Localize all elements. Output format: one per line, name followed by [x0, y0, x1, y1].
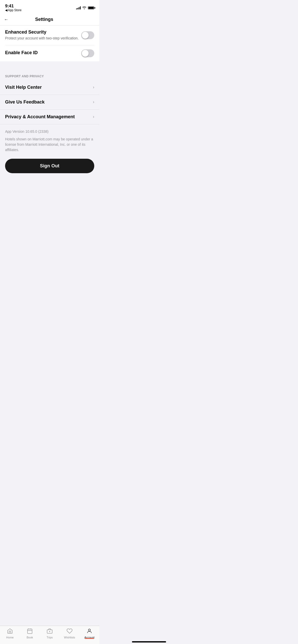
status-left: 9:41 ◀ App Store	[5, 4, 21, 12]
app-info-section: App Version 10.65.0 (2338) Hotels shown …	[0, 124, 99, 178]
chevron-right-icon: ›	[93, 85, 94, 90]
status-right	[76, 6, 94, 10]
face-id-item: Enable Face ID	[5, 45, 94, 61]
privacy-account-item[interactable]: Privacy & Account Management ›	[0, 110, 99, 124]
visit-help-center-label: Visit Help Center	[5, 85, 42, 90]
wifi-icon	[82, 6, 86, 10]
give-feedback-item[interactable]: Give Us Feedback ›	[0, 95, 99, 110]
signal-icon	[76, 6, 81, 9]
give-feedback-label: Give Us Feedback	[5, 99, 45, 105]
page-title: Settings	[8, 17, 80, 22]
chevron-right-icon: ›	[93, 114, 94, 119]
sign-out-button[interactable]: Sign Out	[5, 159, 94, 173]
app-version-text: App Version 10.65.0 (2338)	[5, 129, 94, 134]
chevron-right-icon: ›	[93, 100, 94, 104]
battery-icon	[88, 6, 94, 9]
security-settings-section: Enhanced Security Protect your account w…	[0, 25, 99, 61]
app-legal-text: Hotels shown on Marriott.com may be oper…	[5, 137, 94, 153]
privacy-account-label: Privacy & Account Management	[5, 114, 75, 120]
support-privacy-section: SUPPORT AND PRIVACY Visit Help Center › …	[0, 70, 99, 178]
face-id-title: Enable Face ID	[5, 50, 81, 55]
support-section-header: SUPPORT AND PRIVACY	[0, 70, 99, 80]
section-gap	[0, 61, 99, 70]
enhanced-security-description: Protect your account with two-step verif…	[5, 36, 81, 41]
face-id-toggle[interactable]	[81, 49, 94, 57]
enhanced-security-item: Enhanced Security Protect your account w…	[5, 25, 94, 45]
status-bar: 9:41 ◀ App Store	[0, 0, 99, 14]
nav-bar: ← Settings	[0, 14, 99, 25]
back-button[interactable]: ←	[4, 17, 8, 22]
visit-help-center-item[interactable]: Visit Help Center ›	[0, 80, 99, 95]
status-carrier: ◀ App Store	[5, 8, 21, 12]
enhanced-security-title: Enhanced Security	[5, 30, 81, 35]
enhanced-security-toggle[interactable]	[81, 31, 94, 39]
status-time: 9:41	[5, 4, 21, 9]
